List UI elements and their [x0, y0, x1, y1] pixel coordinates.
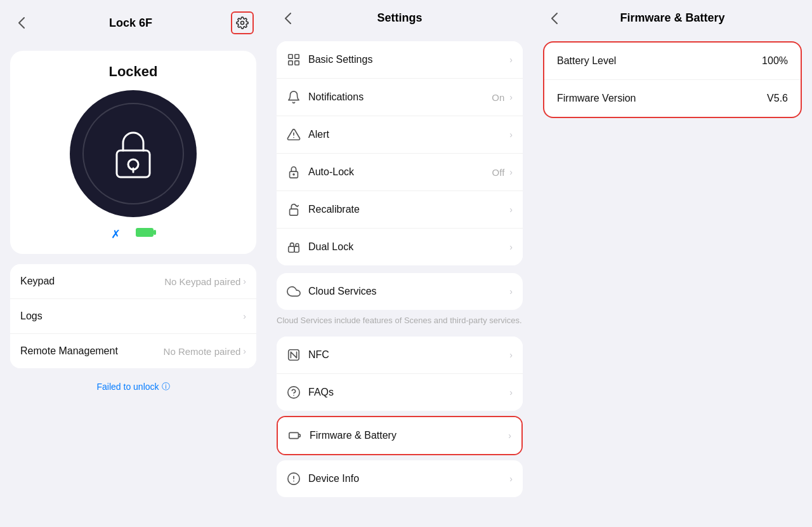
device-info-label: Device Info — [308, 473, 359, 484]
svg-rect-9 — [295, 61, 299, 65]
lock-svg-icon — [108, 125, 159, 182]
firmware-version-value: V5.6 — [767, 93, 788, 104]
remote-management-right: No Remote paired › — [164, 346, 246, 357]
basic-settings-item[interactable]: Basic Settings › — [277, 41, 523, 79]
faqs-item[interactable]: FAQs › — [277, 374, 523, 411]
firmware-battery-left: Firmware & Battery — [288, 429, 396, 443]
faqs-right: › — [509, 387, 513, 397]
lock-circle — [70, 90, 197, 217]
logs-label: Logs — [20, 310, 43, 322]
alert-icon — [287, 128, 301, 142]
cloud-services-item[interactable]: Cloud Services › — [277, 273, 523, 310]
nfc-item[interactable]: NFC › — [277, 337, 523, 374]
remote-management-menu-item[interactable]: Remote Management No Remote paired › — [10, 334, 256, 368]
middle-back-button[interactable] — [279, 10, 297, 27]
notifications-item[interactable]: Notifications On › — [277, 79, 523, 116]
firmware-battery-info-card: Battery Level 100% Firmware Version V5.6 — [543, 41, 802, 118]
svg-rect-15 — [289, 246, 294, 252]
basic-settings-left: Basic Settings — [287, 53, 372, 67]
recalibrate-label: Recalibrate — [308, 204, 360, 215]
bluetooth-icon: ✗ — [111, 227, 121, 241]
logs-chevron: › — [243, 311, 246, 321]
middle-panel: Settings Basic Settings › — [266, 0, 533, 527]
svg-rect-14 — [290, 209, 298, 215]
failed-to-unlock-link[interactable]: Failed to unlock ⓘ — [0, 381, 266, 392]
middle-panel-title: Settings — [377, 11, 422, 25]
keypad-menu-item[interactable]: Keypad No Keypad paired › — [10, 264, 256, 299]
gear-button[interactable] — [231, 11, 254, 34]
alert-label: Alert — [308, 129, 329, 140]
notifications-label: Notifications — [308, 91, 363, 103]
notifications-right: On › — [492, 92, 513, 103]
alert-item[interactable]: Alert › — [277, 116, 523, 154]
alert-right: › — [509, 130, 513, 140]
dual-lock-left: Dual Lock — [287, 240, 353, 254]
keypad-chevron: › — [243, 276, 246, 286]
logs-menu-item[interactable]: Logs › — [10, 299, 256, 334]
svg-rect-8 — [289, 61, 292, 65]
right-header: Firmware & Battery — [533, 0, 812, 36]
recalibrate-icon — [287, 203, 301, 217]
notifications-value: On — [492, 92, 504, 103]
keypad-label: Keypad — [20, 276, 55, 287]
middle-header: Settings — [266, 0, 533, 36]
svg-point-18 — [288, 387, 299, 398]
svg-rect-4 — [136, 228, 154, 237]
left-back-button[interactable] — [13, 14, 30, 32]
keypad-right: No Keypad paired › — [164, 276, 246, 287]
firmware-battery-right: › — [508, 430, 511, 441]
auto-lock-value: Off — [492, 167, 505, 178]
nfc-faqs-group: NFC › FAQs › — [277, 337, 523, 411]
notifications-left: Notifications — [287, 90, 363, 104]
auto-lock-item[interactable]: Auto-Lock Off › — [277, 154, 523, 191]
nfc-left: NFC — [287, 348, 329, 362]
nfc-chevron: › — [509, 350, 513, 360]
svg-point-0 — [241, 22, 244, 25]
left-panel-title: Lock 6F — [109, 17, 152, 30]
settings-group-1: Basic Settings › Notifications On › — [277, 41, 523, 265]
device-info-item[interactable]: Device Info › — [277, 460, 523, 497]
basic-settings-label: Basic Settings — [308, 54, 372, 65]
right-back-button[interactable] — [546, 10, 563, 27]
recalibrate-item[interactable]: Recalibrate › — [277, 191, 523, 229]
failed-link-icon: ⓘ — [162, 381, 170, 392]
cloud-icon — [287, 284, 301, 298]
left-panel: Lock 6F Locked ✗ — [0, 0, 266, 527]
failed-link-text: Failed to unlock — [96, 382, 159, 392]
cloud-services-left: Cloud Services — [287, 284, 377, 298]
device-info-group: Device Info › — [277, 460, 523, 497]
auto-lock-right: Off › — [492, 167, 513, 178]
device-info-right: › — [509, 474, 513, 484]
right-panel: Firmware & Battery Battery Level 100% Fi… — [533, 0, 812, 527]
lock-inner-circle — [82, 103, 184, 204]
nfc-right: › — [509, 350, 513, 360]
firmware-battery-group: Firmware & Battery › — [277, 416, 523, 455]
svg-rect-20 — [289, 433, 299, 439]
battery-level-value: 100% — [762, 55, 788, 67]
nfc-icon — [287, 348, 301, 362]
firmware-battery-item[interactable]: Firmware & Battery › — [278, 417, 521, 454]
recalibrate-chevron: › — [509, 204, 513, 215]
device-info-left: Device Info — [287, 472, 359, 486]
auto-lock-icon — [287, 165, 301, 179]
dual-lock-item[interactable]: Dual Lock › — [277, 229, 523, 265]
cloud-services-right: › — [509, 286, 513, 297]
dual-lock-right: › — [509, 242, 513, 252]
lock-status: Locked — [108, 63, 157, 80]
auto-lock-chevron: › — [509, 167, 513, 177]
alert-left: Alert — [287, 128, 329, 142]
dual-lock-label: Dual Lock — [308, 241, 353, 253]
recalibrate-left: Recalibrate — [287, 203, 360, 217]
faqs-left: FAQs — [287, 385, 334, 399]
right-panel-title: Firmware & Battery — [620, 11, 724, 25]
faqs-icon — [287, 385, 301, 399]
faqs-label: FAQs — [308, 387, 334, 398]
logs-right: › — [243, 311, 246, 321]
battery-icon — [136, 227, 156, 237]
remote-management-label: Remote Management — [20, 345, 118, 357]
dual-lock-chevron: › — [509, 242, 513, 252]
bell-icon — [287, 90, 301, 104]
remote-management-value: No Remote paired — [164, 346, 241, 357]
keypad-value: No Keypad paired — [164, 276, 240, 287]
remote-management-chevron: › — [243, 346, 246, 356]
